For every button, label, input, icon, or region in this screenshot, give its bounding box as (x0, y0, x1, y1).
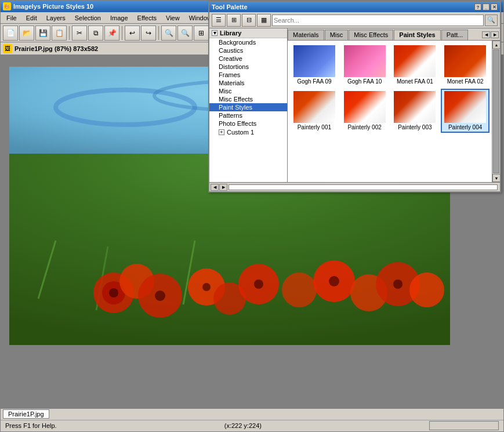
style-label-gogh09: Gogh FAA 09 (297, 78, 332, 85)
tree-item-photo-effects[interactable]: Photo Effects (209, 119, 287, 128)
tree-item-custom1[interactable]: + Custom 1 (209, 128, 287, 137)
library-expand-icon[interactable]: ▼ (212, 30, 217, 36)
paste-button[interactable]: 📌 (104, 26, 119, 41)
grid-scrollbar: ▲ ▼ (492, 41, 500, 182)
palette-info-button[interactable]: ? (474, 3, 481, 10)
palette-view-btn2[interactable]: ⊞ (227, 14, 241, 27)
custom-label: Custom 1 (227, 129, 254, 136)
tabs-bar: Materials Misc Misc Effects Paint Styles… (288, 28, 500, 41)
tab-nav-arrows: ◀ ▶ (482, 30, 500, 40)
filename-badge: Prairie1P.jpg (3, 409, 49, 419)
fit-button[interactable]: ⊞ (194, 26, 209, 41)
style-label-painterly001: Painterly 001 (298, 124, 331, 130)
menu-effects[interactable]: Effects (133, 13, 161, 23)
tree-item-creative[interactable]: Creative (209, 55, 287, 63)
style-grid-area: Gogh FAA 09 Gogh FAA 10 Monet FAA 01 (288, 41, 500, 182)
library-header: ▼ Library (209, 28, 287, 38)
content-area: Materials Misc Misc Effects Paint Styles… (288, 28, 500, 182)
style-item-painterly002[interactable]: Painterly 002 (340, 89, 389, 133)
style-thumb-monet01 (394, 45, 436, 77)
tree-item-distortions[interactable]: Distortions (209, 63, 287, 71)
palette-minimize-button[interactable]: _ (483, 3, 490, 10)
tab-misc-effects[interactable]: Misc Effects (349, 30, 393, 40)
style-item-painterly004[interactable]: Painterly 004 (441, 89, 490, 133)
style-thumb-gogh09 (293, 45, 335, 77)
style-item-painterly003[interactable]: Painterly 003 (391, 89, 440, 133)
tree-item-materials[interactable]: Materials (209, 79, 287, 87)
tree-item-misc[interactable]: Misc (209, 87, 287, 95)
scroll-up-button[interactable]: ▲ (492, 41, 500, 49)
tree-item-paint-styles[interactable]: Paint Styles (209, 103, 287, 111)
style-grid: Gogh FAA 09 Gogh FAA 10 Monet FAA 01 (288, 41, 492, 182)
library-tree: ▼ Library Backgrounds Caustics Creative … (209, 28, 288, 182)
tree-item-backgrounds[interactable]: Backgrounds (209, 38, 287, 46)
palette-view-btn4[interactable]: ▦ (257, 14, 271, 27)
palette-close-button[interactable]: ✕ (491, 3, 498, 10)
open-button[interactable]: 📂 (19, 26, 34, 41)
save-as-button[interactable]: 📋 (52, 26, 67, 41)
app-window: 🎨 Imagelys Picture Styles 10 _ □ ✕ File … (0, 0, 504, 432)
tree-item-frames[interactable]: Frames (209, 71, 287, 79)
palette-title-buttons: ? _ ✕ (474, 3, 498, 10)
menu-layers[interactable]: Layers (42, 13, 70, 23)
tool-palette-window: Tool Palette ? _ ✕ ☰ ⊞ ⊟ ▦ 🔍 ▼ Library (208, 1, 501, 193)
tree-item-patterns[interactable]: Patterns (209, 111, 287, 119)
menu-edit[interactable]: Edit (21, 13, 42, 23)
style-item-painterly001[interactable]: Painterly 001 (290, 89, 339, 133)
style-item-monet02[interactable]: Monet FAA 02 (441, 43, 490, 87)
title-bar-left: 🎨 Imagelys Picture Styles 10 (3, 2, 93, 10)
palette-nav: ◀ ▶ (209, 182, 500, 191)
tab-patterns[interactable]: Patt... (441, 30, 469, 40)
app-icon: 🎨 (3, 2, 11, 10)
new-button[interactable]: 📄 (3, 26, 18, 41)
tab-next-button[interactable]: ▶ (491, 31, 499, 38)
copy-button[interactable]: ⧉ (88, 26, 103, 41)
svg-point-19 (409, 273, 444, 307)
style-label-painterly003: Painterly 003 (398, 124, 432, 130)
zoom-out-button[interactable]: 🔍 (177, 26, 193, 41)
palette-title-bar: Tool Palette ? _ ✕ (209, 2, 500, 12)
palette-title-text: Tool Palette (212, 3, 248, 10)
style-thumb-painterly003 (394, 91, 436, 123)
palette-prev-nav: ◀ ▶ (211, 184, 227, 191)
scroll-thumb[interactable] (493, 49, 499, 173)
style-item-gogh10[interactable]: Gogh FAA 10 (340, 43, 389, 87)
menu-image[interactable]: Image (106, 13, 133, 23)
tab-materials[interactable]: Materials (288, 30, 324, 40)
save-button[interactable]: 💾 (35, 26, 50, 41)
palette-body: ▼ Library Backgrounds Caustics Creative … (209, 28, 500, 182)
palette-view-btn1[interactable]: ☰ (212, 14, 226, 27)
style-label-painterly002: Painterly 002 (347, 124, 381, 130)
menu-view[interactable]: View (161, 13, 184, 23)
toolbar-separator-3 (158, 26, 159, 40)
nav-right-button[interactable]: ▶ (219, 184, 227, 191)
tree-item-misc-effects[interactable]: Misc Effects (209, 95, 287, 103)
zoom-in-button[interactable]: 🔍 (161, 26, 176, 41)
tab-misc[interactable]: Misc (325, 30, 349, 40)
toolbar-separator-2 (122, 26, 122, 40)
palette-search-button[interactable]: 🔍 (485, 14, 498, 26)
nav-left-button[interactable]: ◀ (211, 184, 219, 191)
custom-expand-icon[interactable]: + (219, 129, 224, 135)
menu-file[interactable]: File (2, 13, 21, 23)
redo-button[interactable]: ↪ (141, 26, 156, 41)
palette-search-input[interactable] (272, 14, 484, 26)
undo-button[interactable]: ↩ (125, 26, 140, 41)
tab-paint-styles[interactable]: Paint Styles (394, 30, 440, 40)
palette-scrollbar[interactable] (229, 184, 498, 190)
style-item-gogh09[interactable]: Gogh FAA 09 (290, 43, 339, 87)
help-text: Press F1 for Help. (5, 422, 57, 429)
svg-point-20 (109, 288, 118, 297)
svg-point-25 (393, 279, 403, 289)
status-row-filename: Prairie1P.jpg (1, 409, 503, 420)
scroll-down-button[interactable]: ▼ (492, 174, 500, 182)
style-label-gogh10: Gogh FAA 10 (347, 78, 382, 85)
tab-prev-button[interactable]: ◀ (482, 31, 490, 38)
palette-toolbar: ☰ ⊞ ⊟ ▦ 🔍 (209, 12, 500, 28)
palette-view-btn3[interactable]: ⊟ (242, 14, 256, 27)
cut-button[interactable]: ✂ (72, 26, 87, 41)
svg-point-22 (202, 283, 211, 291)
style-item-monet01[interactable]: Monet FAA 01 (391, 43, 440, 87)
menu-selection[interactable]: Selection (70, 13, 106, 23)
tree-item-caustics[interactable]: Caustics (209, 46, 287, 55)
